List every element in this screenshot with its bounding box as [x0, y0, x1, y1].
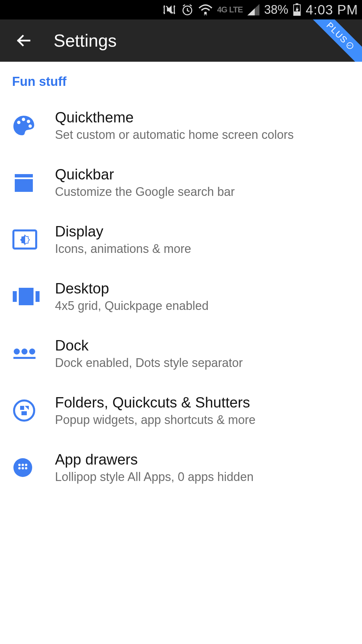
palette-icon — [12, 114, 36, 137]
battery-percent: 38% — [264, 3, 288, 17]
check-circle-icon: ✓ — [345, 41, 355, 50]
svg-rect-21 — [20, 406, 24, 410]
svg-rect-15 — [36, 291, 40, 302]
svg-rect-11 — [15, 179, 33, 192]
item-subtitle: Popup widgets, app shortcuts & more — [55, 413, 350, 427]
alarm-icon — [181, 3, 194, 16]
screen: 4G LTE 38% 4:03 PM Settings — [0, 0, 362, 644]
app-bar: Settings PLUS ✓ — [0, 19, 362, 62]
cell-signal-icon — [247, 4, 259, 15]
svg-point-24 — [18, 464, 21, 466]
page-title: Settings — [54, 31, 117, 51]
section-header-fun-stuff: Fun stuff — [0, 68, 362, 97]
settings-item-app-drawers[interactable]: App drawers Lollipop style All Apps, 0 a… — [0, 439, 362, 496]
item-subtitle: Icons, animations & more — [55, 242, 350, 256]
item-title: Desktop — [55, 280, 350, 297]
svg-point-18 — [29, 348, 35, 355]
item-subtitle: Customize the Google search bar — [55, 185, 350, 199]
svg-rect-4 — [296, 3, 298, 5]
svg-point-27 — [18, 467, 21, 470]
settings-list: Fun stuff Quicktheme Set custom or autom… — [0, 62, 362, 644]
network-type-label: 4G LTE — [217, 6, 243, 14]
item-subtitle: Set custom or automatic home screen colo… — [55, 128, 350, 142]
item-subtitle: Lollipop style All Apps, 0 apps hidden — [55, 470, 350, 484]
wifi-icon — [198, 4, 213, 15]
svg-rect-13 — [13, 291, 17, 302]
svg-point-6 — [17, 121, 20, 124]
svg-rect-22 — [21, 411, 27, 415]
settings-item-dock[interactable]: Dock Dock enabled, Dots style separator — [0, 325, 362, 382]
plus-label: PLUS — [324, 20, 350, 46]
svg-point-20 — [14, 400, 34, 421]
status-bar: 4G LTE 38% 4:03 PM — [0, 0, 362, 19]
svg-rect-10 — [15, 174, 33, 177]
item-title: Quickbar — [55, 166, 350, 183]
svg-point-28 — [22, 467, 24, 470]
arrow-left-icon — [15, 32, 32, 49]
svg-point-26 — [25, 464, 27, 466]
item-title: Quicktheme — [55, 109, 350, 126]
item-title: Folders, Quickcuts & Shutters — [55, 394, 350, 411]
quickbar-icon — [12, 171, 36, 194]
back-button[interactable] — [13, 31, 34, 51]
clock-time: 4:03 PM — [306, 2, 358, 17]
svg-point-17 — [21, 348, 27, 355]
app-drawer-icon — [12, 457, 34, 478]
svg-point-25 — [22, 464, 24, 466]
desktop-icon — [12, 286, 40, 307]
plus-ribbon[interactable]: PLUS ✓ — [308, 19, 362, 62]
item-subtitle: Dock enabled, Dots style separator — [55, 356, 350, 370]
svg-point-9 — [28, 124, 32, 128]
display-icon — [12, 229, 38, 250]
item-title: Dock — [55, 337, 350, 354]
settings-item-folders[interactable]: Folders, Quickcuts & Shutters Popup widg… — [0, 382, 362, 439]
svg-point-16 — [14, 348, 20, 355]
svg-point-8 — [27, 120, 30, 123]
item-title: App drawers — [55, 451, 350, 468]
svg-point-29 — [25, 467, 27, 470]
folders-icon — [12, 398, 36, 423]
svg-rect-19 — [13, 357, 36, 359]
settings-item-quicktheme[interactable]: Quicktheme Set custom or automatic home … — [0, 97, 362, 154]
vibrate-mute-icon — [162, 3, 176, 16]
item-subtitle: 4x5 grid, Quickpage enabled — [55, 299, 350, 313]
item-title: Display — [55, 223, 350, 240]
settings-item-display[interactable]: Display Icons, animations & more — [0, 211, 362, 268]
settings-item-quickbar[interactable]: Quickbar Customize the Google search bar — [0, 154, 362, 211]
svg-rect-14 — [19, 288, 34, 305]
settings-item-desktop[interactable]: Desktop 4x5 grid, Quickpage enabled — [0, 268, 362, 325]
svg-point-7 — [22, 118, 25, 121]
battery-charging-icon — [293, 3, 301, 16]
svg-point-2 — [204, 12, 207, 14]
dock-icon — [12, 347, 37, 360]
